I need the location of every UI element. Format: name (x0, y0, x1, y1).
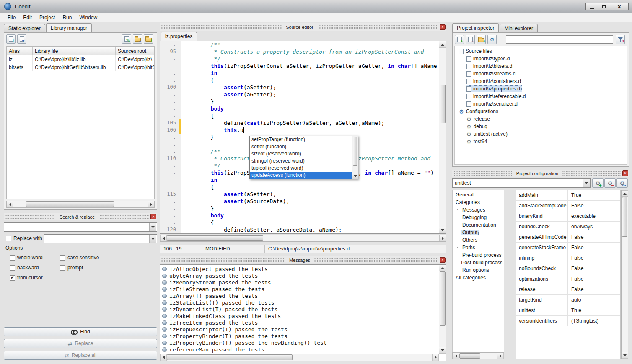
completion-item[interactable]: tupleof (reserved word) (250, 165, 352, 172)
remove-configuration-button[interactable]: ⚙− (604, 178, 616, 188)
tree-item-config[interactable]: ⚙ debug (455, 123, 627, 130)
splitter-dots[interactable] (318, 25, 438, 29)
completion-item[interactable]: stringof (reserved word) (250, 157, 352, 165)
property-value[interactable]: False (568, 263, 620, 274)
editor-hscrollbar[interactable] (160, 235, 446, 242)
message-row[interactable]: izPropertyBinder(T) passed the newBindin… (161, 339, 438, 346)
vscrollbar-thumb[interactable] (440, 271, 446, 326)
property-row-release[interactable]: release False (516, 284, 620, 295)
scroll-up-arrow[interactable] (439, 265, 446, 271)
completion-item[interactable]: setter (function) (250, 143, 352, 150)
completion-item[interactable]: setPropTarget (function) (250, 136, 352, 143)
checkbox[interactable] (10, 275, 15, 281)
property-value[interactable]: onAlways (568, 222, 620, 232)
clear-filter-button[interactable]: × (616, 35, 625, 44)
property-row-addmain[interactable]: addMain True (516, 190, 620, 201)
tab-mini-explorer[interactable]: Mini explorer (500, 24, 538, 33)
column-alias[interactable]: Alias (7, 47, 33, 55)
tree-item-file[interactable]: import\iz\streams.d (455, 70, 627, 77)
property-row-unittest[interactable]: unittest True (516, 305, 620, 316)
checkbox[interactable] (10, 265, 15, 271)
scroll-down-arrow[interactable] (622, 352, 628, 359)
property-value[interactable]: False (568, 274, 620, 284)
code-line[interactable]: . body (160, 212, 446, 219)
property-row-targetkind[interactable]: targetKind auto (516, 295, 620, 305)
property-row-optimizations[interactable]: optimizations False (516, 274, 620, 284)
configuration-selector[interactable]: unittest (452, 178, 591, 188)
replace-with-combo[interactable] (44, 234, 157, 243)
project-options-button[interactable]: ⚙ (487, 35, 497, 44)
tree-item-config[interactable]: ⚙ unittest (active) (455, 130, 627, 138)
add-folder-button[interactable]: + (477, 35, 486, 44)
property-value[interactable]: False (568, 243, 620, 253)
property-value[interactable]: False (568, 253, 620, 263)
property-value[interactable]: (TStringList) (568, 316, 620, 326)
find-button[interactable]: Find (4, 327, 157, 336)
code-line[interactable]: 100 assert(aSetter); (160, 84, 446, 91)
checkbox-case-sensitive[interactable]: case sensitive (60, 253, 152, 263)
property-value[interactable]: auto (568, 295, 620, 305)
code-line[interactable]: . */ (160, 55, 446, 62)
message-row[interactable]: izAllocObject passed the tests (161, 266, 438, 272)
close-panel-icon[interactable]: × (150, 214, 156, 219)
code-line[interactable]: . /** (160, 41, 446, 48)
completion-item[interactable]: sizeof (reserved word) (250, 150, 352, 157)
code-line[interactable]: . assert(aSourceData); (160, 198, 446, 205)
tab-iz-properties[interactable]: iz.properties (161, 32, 197, 41)
scroll-right-arrow[interactable] (432, 354, 439, 361)
hscrollbar-thumb[interactable] (167, 354, 293, 360)
property-row-boundscheck[interactable]: boundsCheck onAlways (516, 222, 620, 232)
hscrollbar-thumb[interactable] (167, 235, 263, 241)
completion-item[interactable]: updateAccess (function) (250, 172, 352, 179)
scroll-right-arrow[interactable] (148, 201, 154, 207)
vscrollbar-thumb[interactable] (440, 85, 446, 123)
checkbox-whole-word[interactable]: whole word (10, 253, 60, 263)
messages-vscrollbar[interactable] (439, 265, 446, 354)
splitter-dots[interactable] (161, 258, 285, 262)
property-row-generatestackframe[interactable]: generateStackFrame False (516, 243, 620, 253)
menu-project[interactable]: Project (36, 13, 59, 22)
messages-hscrollbar[interactable] (160, 354, 439, 361)
tab-project-inspector[interactable]: Project inspector (452, 23, 499, 33)
chevron-down-icon[interactable] (149, 235, 156, 243)
scroll-down-arrow[interactable] (352, 173, 358, 179)
splitter-dots[interactable] (5, 215, 55, 219)
message-row[interactable]: izStaticList(T) passed the tests (161, 299, 438, 306)
message-row[interactable]: izPropertyBinder(T) passed the tests (161, 333, 438, 339)
property-value[interactable]: True (568, 305, 620, 315)
close-panel-icon[interactable]: × (622, 170, 628, 176)
message-row[interactable]: izTreeItem passed the tests (161, 319, 438, 326)
menu-window[interactable]: Window (75, 13, 101, 22)
property-value[interactable]: False (568, 284, 620, 294)
chevron-down-icon[interactable] (149, 223, 156, 231)
code-line[interactable]: 105 define(cast(izPropSetter)aSetter, aG… (160, 119, 446, 126)
property-row-generatealltmpcode[interactable]: generateAllTmpCode False (516, 232, 620, 243)
hscrollbar-thumb[interactable] (26, 201, 114, 207)
code-line[interactable]: . } (160, 205, 446, 212)
close-button[interactable]: × (610, 3, 629, 10)
category-item-post-build-process[interactable]: Post-build process (453, 259, 504, 266)
menu-edit[interactable]: Edit (19, 13, 36, 22)
splitter-dots[interactable] (161, 25, 282, 29)
tree-item-file[interactable]: import\iz\serializer.d (455, 100, 627, 108)
property-value[interactable]: False (568, 232, 620, 242)
library-row-bitsets[interactable]: bitsets C:\Dev\dproj\bitSet\lib\bitsets.… (7, 63, 154, 71)
close-panel-icon[interactable]: × (440, 257, 446, 263)
category-item-others[interactable]: Others (453, 236, 504, 244)
splitter-dots[interactable] (314, 258, 438, 262)
hscrollbar-thumb[interactable] (459, 353, 480, 359)
tree-item-file[interactable]: import\iz\properties.d (455, 85, 627, 93)
category-item-run-options[interactable]: Run options (453, 266, 504, 274)
menu-file[interactable]: File (4, 13, 19, 22)
code-line[interactable]: . } (160, 98, 446, 105)
category-item-documentation[interactable]: Documentation (453, 221, 504, 229)
add-library-folder-button[interactable]: + (144, 34, 153, 44)
property-value[interactable]: False (568, 201, 620, 211)
code-line[interactable]: . assert(aGetter); (160, 91, 446, 98)
code-line[interactable]: . { (160, 112, 446, 119)
replace-button[interactable]: ⇄ Replace (4, 339, 157, 348)
category-item-paths[interactable]: Paths (453, 244, 504, 251)
scroll-left-arrow[interactable] (160, 235, 167, 241)
code-line[interactable]: . body (160, 105, 446, 112)
property-row-versionidentifiers[interactable]: versionIdentifiers (TStringList) (516, 316, 620, 326)
